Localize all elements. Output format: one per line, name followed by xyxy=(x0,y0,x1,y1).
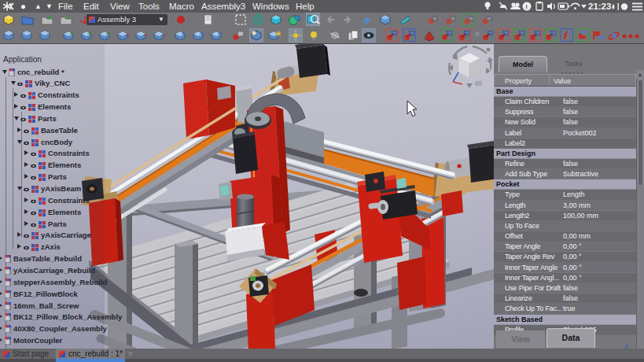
svg-text:+: + xyxy=(70,30,74,38)
svg-text:+: + xyxy=(200,30,204,38)
svg-text:↔: ↔ xyxy=(160,30,166,38)
svg-text:+: + xyxy=(88,30,92,38)
svg-text:+: + xyxy=(106,30,110,38)
svg-text:↔: ↔ xyxy=(142,30,148,38)
svg-text:☀: ☀ xyxy=(275,30,281,38)
svg-text:+: + xyxy=(182,30,186,38)
svg-text:+: + xyxy=(218,30,222,38)
svg-text:↔: ↔ xyxy=(124,30,130,38)
svg-text:i: i xyxy=(526,3,528,10)
